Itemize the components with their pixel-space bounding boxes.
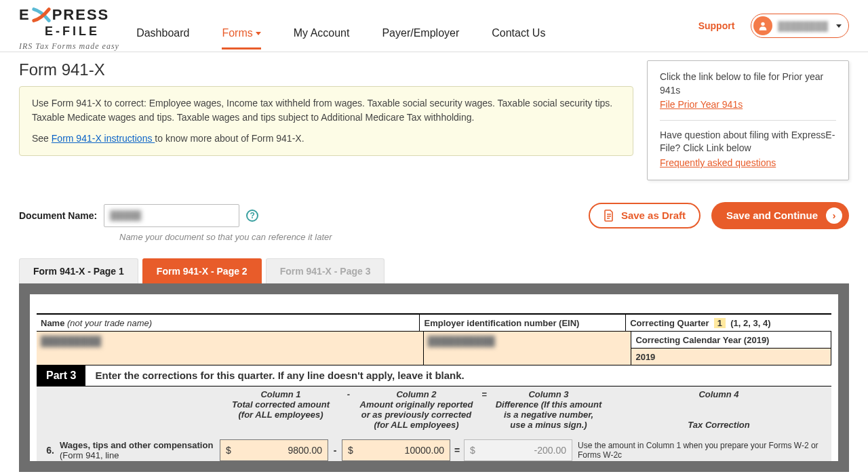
tab-page-2[interactable]: Form 941-X - Page 2 xyxy=(142,258,262,283)
nav-contact[interactable]: Contact Us xyxy=(492,27,545,49)
support-link[interactable]: Support xyxy=(698,20,735,31)
tab-page-3[interactable]: Form 941-X - Page 3 xyxy=(266,258,385,283)
ein-header: Employer identification number (EIN) xyxy=(424,318,579,328)
form-tabs: Form 941-X - Page 1 Form 941-X - Page 2 … xyxy=(19,258,849,283)
app-header: E PRESS E-FILE IRS Tax Forms made easy D… xyxy=(0,0,868,52)
user-menu[interactable]: ████████ xyxy=(751,14,849,38)
col4-header: Column 4 xyxy=(610,389,827,399)
instructions-link[interactable]: Form 941-X instructions xyxy=(52,133,155,144)
year-value: 2019 xyxy=(635,352,655,362)
logo-x-icon xyxy=(32,5,51,24)
chevron-down-icon xyxy=(256,32,261,35)
main-nav: Dashboard Forms My Account Payer/Employe… xyxy=(136,5,545,49)
info-box: Use Form 941-X to correct: Employee wage… xyxy=(19,86,633,156)
doc-name-label: Document Name: xyxy=(19,210,97,221)
save-continue-button[interactable]: Save and Continue › xyxy=(711,202,849,229)
arrow-right-icon: › xyxy=(826,207,842,224)
side-text-1: Click the link below to file for Prior y… xyxy=(660,71,836,97)
nav-payer[interactable]: Payer/Employer xyxy=(382,27,459,49)
line6-col3-value: $-200.00 xyxy=(464,439,572,461)
faq-link[interactable]: Frequently asked questions xyxy=(660,157,776,170)
form-container: Name (not your trade name) Employer iden… xyxy=(19,283,849,472)
col3-header: Column 3 xyxy=(495,389,602,399)
prior-year-link[interactable]: File Prior Year 941s xyxy=(660,98,743,112)
year-header: Correcting Calendar Year (2019) xyxy=(635,335,769,345)
name-header: Name (not your trade name) xyxy=(41,318,152,328)
line6-col2-input[interactable]: $10000.00 xyxy=(342,439,450,461)
part-instruction: Enter the corrections for this quarter. … xyxy=(85,365,473,385)
part-badge: Part 3 xyxy=(37,365,85,386)
col1-sub: Total corrected amount (for ALL employee… xyxy=(224,399,338,420)
avatar-icon xyxy=(753,16,772,35)
svg-point-0 xyxy=(762,22,765,26)
side-text-2: Have question about filing with ExpressE… xyxy=(660,129,836,155)
user-name: ████████ xyxy=(778,21,828,31)
line-number: 6. xyxy=(37,445,60,456)
doc-name-input[interactable]: █████ xyxy=(104,204,239,227)
line-label: Wages, tips and other compensation (Form… xyxy=(60,440,220,460)
ein-value: ██████████ xyxy=(428,336,495,346)
col2-header: Column 2 xyxy=(359,389,473,399)
quarter-header: Correcting Quarter 1 (1, 2, 3, 4) xyxy=(630,318,770,328)
line-6: 6. Wages, tips and other compensation (F… xyxy=(37,433,831,461)
info-text-2: See Form 941-X instructions to know more… xyxy=(32,132,620,146)
nav-forms[interactable]: Forms xyxy=(222,27,260,49)
line6-note: Use the amount in Column 1 when you prep… xyxy=(572,441,831,460)
col4-sub: Tax Correction xyxy=(610,420,827,430)
col1-header: Column 1 xyxy=(224,389,338,399)
tab-page-1[interactable]: Form 941-X - Page 1 xyxy=(19,258,138,283)
logo-tagline: IRS Tax Forms made easy xyxy=(19,41,119,52)
info-text-1: Use Form 941-X to correct: Employee wage… xyxy=(32,96,620,125)
document-icon xyxy=(604,210,614,222)
help-icon[interactable]: ? xyxy=(246,210,258,222)
line6-col1-input[interactable]: $9800.00 xyxy=(220,439,328,461)
name-value: █████████ xyxy=(41,336,101,346)
page-title: Form 941-X xyxy=(19,60,633,79)
col3-sub: Difference (If this amount is a negative… xyxy=(495,399,602,430)
col2-sub: Amount originally reported or as previou… xyxy=(359,399,473,430)
divider xyxy=(660,120,836,121)
doc-name-hint: Name your document so that you can refer… xyxy=(119,232,849,242)
nav-dashboard[interactable]: Dashboard xyxy=(136,27,189,49)
logo[interactable]: E PRESS E-FILE IRS Tax Forms made easy xyxy=(19,5,119,52)
side-box: Click the link below to file for Prior y… xyxy=(647,60,849,180)
chevron-down-icon xyxy=(836,24,842,28)
nav-account[interactable]: My Account xyxy=(294,27,350,49)
save-draft-button[interactable]: Save as Draft xyxy=(589,203,701,229)
